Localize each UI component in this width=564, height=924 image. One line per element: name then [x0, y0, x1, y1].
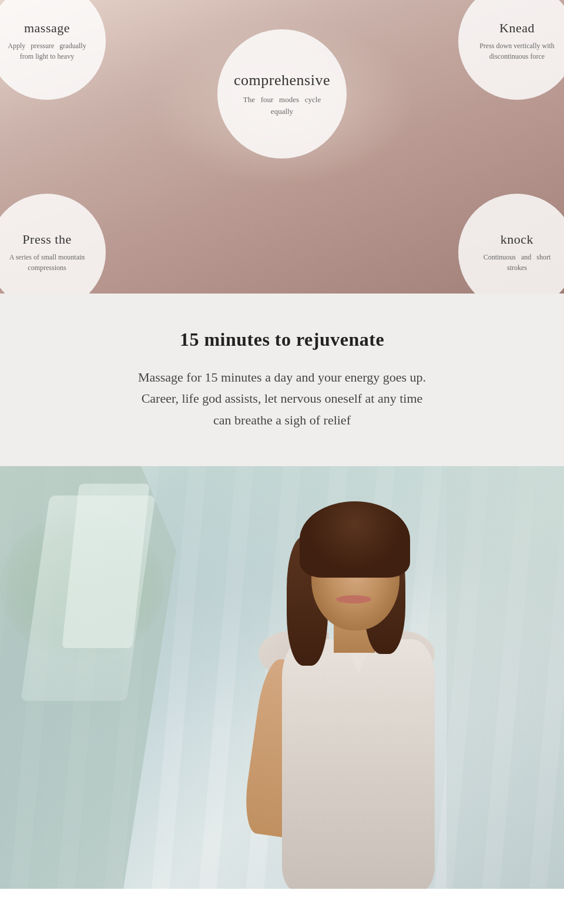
- rejuvenate-title: 15 minutes to rejuvenate: [47, 329, 517, 350]
- hair-top: [300, 501, 410, 578]
- modes-section: massage Apply pressure graduallyfrom lig…: [0, 0, 564, 294]
- comprehensive-title: comprehensive: [234, 71, 330, 89]
- comprehensive-card: comprehensive The four modes cycleequall…: [217, 29, 347, 159]
- rejuvenate-section: 15 minutes to rejuvenate Massage for 15 …: [0, 294, 564, 466]
- massage-title: massage: [24, 21, 70, 36]
- photo-section: [0, 466, 564, 889]
- comprehensive-desc: The four modes cycleequally: [243, 94, 321, 117]
- shirt: [282, 639, 435, 889]
- press-title: Press the: [22, 232, 71, 247]
- knead-title: Knead: [499, 21, 535, 36]
- knock-title: knock: [501, 232, 533, 247]
- woman-figure: [247, 490, 470, 889]
- massage-desc: Apply pressure graduallyfrom light to he…: [8, 41, 86, 62]
- press-desc: A series of small mountaincompressions: [9, 252, 85, 273]
- knock-desc: Continuous and shortstrokes: [484, 252, 551, 273]
- rejuvenate-body: Massage for 15 minutes a day and your en…: [47, 367, 517, 431]
- knead-desc: Press down vertically withdiscontinuous …: [479, 41, 555, 62]
